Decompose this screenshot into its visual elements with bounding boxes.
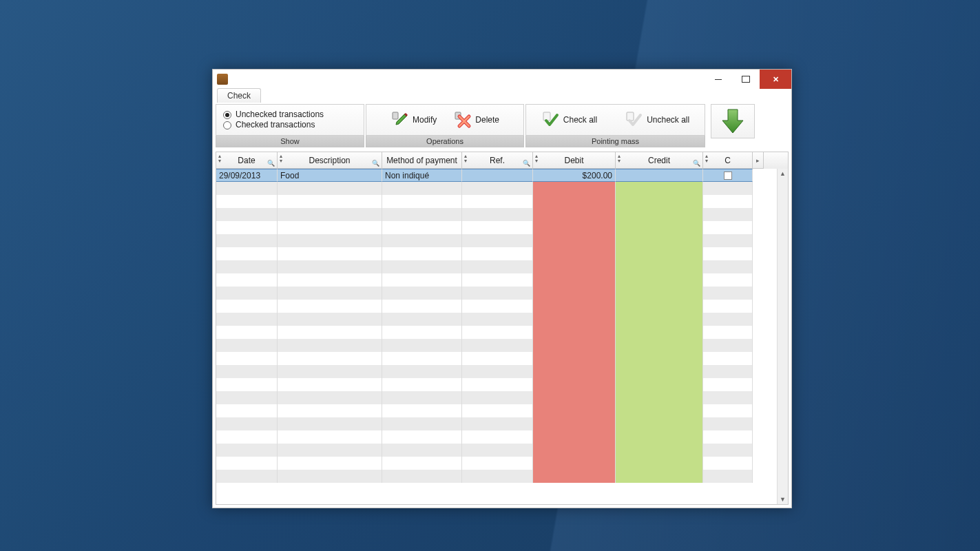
table-cell [216, 195, 278, 208]
table-cell [616, 326, 703, 339]
scroll-up-icon[interactable]: ▲ [780, 169, 786, 178]
table-row[interactable] [216, 247, 788, 260]
table-row[interactable] [216, 300, 788, 313]
table-row[interactable] [216, 182, 788, 195]
table-cell [533, 391, 616, 404]
group-label-operations: Operations [366, 136, 524, 147]
check-icon [541, 110, 561, 129]
group-label-pointing: Pointing mass [525, 136, 705, 147]
radio-unchecked-transactions[interactable]: Unchecked transactions [223, 110, 324, 120]
table-cell [216, 404, 278, 417]
column-header-method[interactable]: Method of payment [382, 152, 462, 169]
table-cell [703, 404, 753, 417]
table-cell [703, 234, 753, 247]
table-row[interactable] [216, 260, 788, 273]
radio-checked-transactions[interactable]: Checked transactions [223, 120, 315, 130]
table-cell [533, 444, 616, 457]
table-row[interactable] [216, 365, 788, 378]
radio-label: Unchecked transactions [236, 110, 324, 120]
table-cell [462, 313, 533, 326]
table-cell [703, 326, 753, 339]
table-body[interactable]: 29/09/2013FoodNon indiqué$200.00 ▲ ▼ [216, 169, 788, 504]
table-cell [703, 391, 753, 404]
table-cell [382, 417, 462, 430]
column-header-credit[interactable]: ▴▾Credit🔍 [616, 152, 703, 169]
table-cell [382, 300, 462, 313]
table-cell [462, 417, 533, 430]
table-row[interactable] [216, 417, 788, 430]
table-cell [533, 313, 616, 326]
vertical-scrollbar[interactable]: ▲ ▼ [777, 169, 788, 504]
table-row[interactable] [216, 378, 788, 391]
table-row[interactable]: 29/09/2013FoodNon indiqué$200.00 [216, 169, 788, 182]
table-cell [533, 182, 616, 195]
table-cell: 29/09/2013 [216, 169, 278, 182]
table-row[interactable] [216, 313, 788, 326]
maximize-button[interactable] [732, 70, 760, 89]
table-cell [462, 404, 533, 417]
table-cell [703, 287, 753, 300]
table-row[interactable] [216, 195, 788, 208]
column-header-debit[interactable]: ▴▾Debit [533, 152, 616, 169]
scroll-down-icon[interactable]: ▼ [780, 495, 786, 504]
table-row[interactable] [216, 234, 788, 247]
table-row[interactable] [216, 339, 788, 352]
table-cell [462, 457, 533, 470]
table-cell [462, 182, 533, 195]
button-label: Modify [413, 115, 437, 125]
table-cell [616, 260, 703, 273]
table-cell [382, 182, 462, 195]
column-header-date[interactable]: ▴▾Date🔍 [216, 152, 278, 169]
table-cell [703, 247, 753, 260]
table-cell [382, 378, 462, 391]
table-cell [533, 365, 616, 378]
radio-icon [223, 111, 231, 119]
table-row[interactable] [216, 221, 788, 234]
table-row[interactable] [216, 470, 788, 483]
table-row[interactable] [216, 287, 788, 300]
check-all-button[interactable]: Check all [541, 110, 597, 129]
table-row[interactable] [216, 352, 788, 365]
table-cell [703, 195, 753, 208]
titlebar[interactable] [213, 70, 791, 89]
delete-button[interactable]: Delete [453, 110, 499, 129]
column-header-checked[interactable]: ▴▾C [703, 152, 753, 169]
table-cell [703, 169, 753, 182]
column-header-description[interactable]: ▴▾Description🔍 [278, 152, 382, 169]
tab-check[interactable]: Check [217, 88, 261, 103]
table-row[interactable] [216, 326, 788, 339]
table-cell [703, 365, 753, 378]
table-row[interactable] [216, 208, 788, 221]
table-cell [278, 313, 382, 326]
table-cell [462, 287, 533, 300]
table-row[interactable] [216, 273, 788, 287]
table-cell [278, 339, 382, 352]
table-cell [533, 287, 616, 300]
export-arrow-button[interactable] [711, 104, 755, 138]
table-cell [462, 300, 533, 313]
table-row[interactable] [216, 457, 788, 470]
table-cell [278, 470, 382, 483]
table-row[interactable] [216, 391, 788, 404]
table-row[interactable] [216, 430, 788, 444]
table-cell [616, 457, 703, 470]
table-cell [462, 169, 533, 182]
close-button[interactable] [760, 70, 791, 89]
row-checkbox[interactable] [724, 171, 732, 180]
table-cell [278, 300, 382, 313]
table-row[interactable] [216, 404, 788, 417]
table-cell [382, 339, 462, 352]
table-cell [616, 300, 703, 313]
svg-rect-2 [543, 112, 550, 121]
table-row[interactable] [216, 444, 788, 457]
table-cell [216, 430, 278, 444]
table-cell [462, 391, 533, 404]
uncheck-all-button[interactable]: Uncheck all [625, 110, 689, 129]
minimize-button[interactable] [705, 70, 732, 89]
column-header-ref[interactable]: ▴▾Ref.🔍 [462, 152, 533, 169]
modify-button[interactable]: Modify [390, 110, 437, 129]
table-cell [703, 470, 753, 483]
table-cell [382, 404, 462, 417]
table-cell [216, 457, 278, 470]
table-cell [382, 273, 462, 287]
